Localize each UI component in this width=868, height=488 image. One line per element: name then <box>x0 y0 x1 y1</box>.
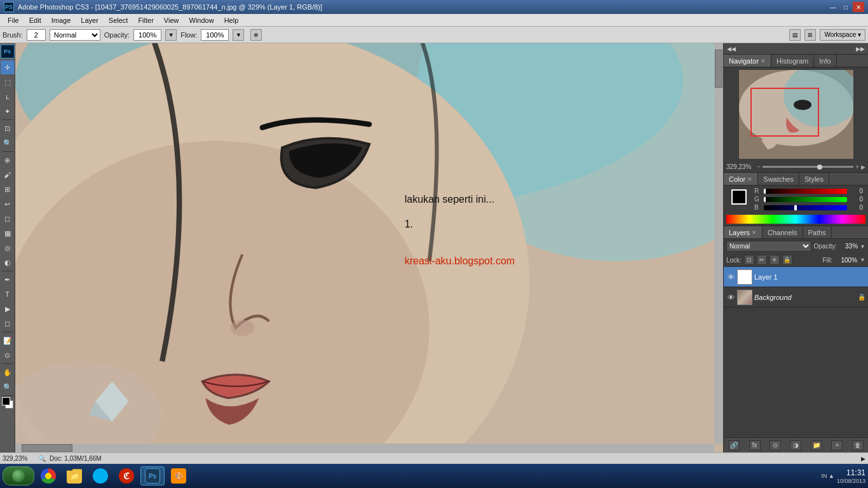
opacity-arrow-icon[interactable]: ▼ <box>860 243 865 250</box>
tab-channels[interactable]: Channels <box>763 226 803 238</box>
menu-view[interactable]: View <box>159 15 184 25</box>
marquee-tool[interactable]: ⬚ <box>1 75 15 89</box>
layer-group-btn[interactable]: 📁 <box>811 440 822 451</box>
taskbar-app-photoshop[interactable]: Ps <box>140 466 165 485</box>
tab-swatches[interactable]: Swatches <box>758 173 799 185</box>
tab-navigator[interactable]: Navigator ✕ <box>724 55 771 67</box>
navigator-tab-close[interactable]: ✕ <box>761 58 766 64</box>
taskbar-app-folder[interactable]: 📁 <box>62 466 86 485</box>
color-swatches[interactable] <box>2 397 13 409</box>
tab-color[interactable]: Color ✕ <box>724 173 758 185</box>
layers-tab-close[interactable]: ✕ <box>752 229 757 236</box>
brush-tool[interactable]: 🖌 <box>1 168 15 182</box>
panel-collapse-left[interactable]: ◀◀ <box>725 46 738 52</box>
horizontal-scrollbar[interactable] <box>15 444 714 452</box>
gradient-tool[interactable]: ▦ <box>1 226 15 240</box>
background-visibility-btn[interactable]: 👁 <box>726 293 735 302</box>
taskbar-app-kreasi[interactable]: ℭ <box>114 466 139 485</box>
eyedropper-tool[interactable]: 🔍 <box>1 136 15 150</box>
blend-mode-select[interactable]: Normal <box>726 241 811 252</box>
lock-all-btn[interactable]: 🔒 <box>782 255 792 265</box>
airbrush-button[interactable]: ⊗ <box>250 29 262 41</box>
zoom-plus-icon[interactable]: + <box>855 163 859 170</box>
layer-row-layer1[interactable]: 👁 Layer 1 <box>724 267 868 287</box>
menu-image[interactable]: Image <box>46 15 76 25</box>
flow-input[interactable] <box>201 29 229 41</box>
panel-menu-btn[interactable]: ▶ <box>861 164 865 170</box>
navigator-preview[interactable] <box>739 70 853 159</box>
status-arrow[interactable]: ▶ <box>861 456 865 462</box>
layer-new-btn[interactable]: + <box>831 440 843 451</box>
stamp-tool[interactable]: ⊞ <box>1 182 15 196</box>
lock-paint-btn[interactable]: ✏ <box>757 255 767 265</box>
magic-wand-tool[interactable]: ✦ <box>1 104 15 118</box>
layer-adjustment-btn[interactable]: ◑ <box>790 440 801 451</box>
flow-arrow[interactable]: ▼ <box>233 29 244 41</box>
menu-edit[interactable]: Edit <box>24 15 46 25</box>
zoom-minus-icon[interactable]: − <box>757 163 761 170</box>
color-spectrum[interactable] <box>726 215 865 224</box>
color-tab-close[interactable]: ✕ <box>747 176 752 182</box>
opacity-input[interactable] <box>133 29 161 41</box>
fill-arrow-icon[interactable]: ▼ <box>860 257 865 263</box>
menu-select[interactable]: Select <box>104 15 133 25</box>
display-options-btn[interactable]: ▤ <box>789 29 801 41</box>
tab-info[interactable]: Info <box>814 55 836 67</box>
g-slider[interactable] <box>764 197 847 202</box>
horizontal-scrollbar-thumb[interactable] <box>22 444 72 452</box>
zoom-slider-thumb[interactable] <box>817 165 822 170</box>
vertical-scrollbar-thumb[interactable] <box>715 50 722 88</box>
menu-filter[interactable]: Filter <box>133 15 158 25</box>
heal-tool[interactable]: ⊕ <box>1 153 15 167</box>
eyedropper-tool2[interactable]: ⊙ <box>1 348 15 362</box>
brush-size-input[interactable] <box>27 29 46 41</box>
maximize-button[interactable]: □ <box>840 2 851 12</box>
hand-tool[interactable]: ✋ <box>1 365 15 379</box>
minimize-button[interactable]: — <box>827 2 839 12</box>
workspace-btn[interactable]: Workspace ▾ <box>820 29 865 41</box>
panel-collapse-right[interactable]: ▶▶ <box>854 46 867 52</box>
menu-file[interactable]: File <box>3 15 24 25</box>
tab-histogram[interactable]: Histogram <box>771 55 814 67</box>
mode-select[interactable]: Normal <box>50 29 100 41</box>
taskbar-app-paint[interactable]: 🎨 <box>166 466 191 485</box>
zoom-slider[interactable] <box>763 166 853 168</box>
crop-tool[interactable]: ⊡ <box>1 121 15 135</box>
tab-layers[interactable]: Layers ✕ <box>724 226 763 238</box>
taskbar-app-chrome[interactable] <box>36 466 60 485</box>
layer-link-btn[interactable]: 🔗 <box>728 440 740 451</box>
eraser-tool[interactable]: ◻ <box>1 212 15 226</box>
text-tool[interactable]: T <box>1 287 15 301</box>
move-tool[interactable]: ✛ <box>1 60 15 74</box>
path-sel-tool[interactable]: ▶ <box>1 302 15 316</box>
screen-mode-btn[interactable]: ⊞ <box>804 29 816 41</box>
lock-transparent-btn[interactable]: ⊡ <box>744 255 754 265</box>
menu-window[interactable]: Window <box>184 15 219 25</box>
canvas-area[interactable]: lakukan seperti ini... 1. kreasi-aku.blo… <box>15 43 723 452</box>
menu-help[interactable]: Help <box>219 15 244 25</box>
b-slider[interactable] <box>764 205 847 210</box>
foreground-color-swatch[interactable] <box>2 397 10 405</box>
opacity-arrow[interactable]: ▼ <box>165 29 177 41</box>
zoom-tool[interactable]: 🔍 <box>1 380 15 394</box>
r-slider[interactable] <box>764 189 847 194</box>
tab-styles[interactable]: Styles <box>799 173 829 185</box>
notes-tool[interactable]: 📝 <box>1 334 15 348</box>
taskbar-app-skype[interactable]: S <box>88 466 112 485</box>
close-button[interactable]: ✕ <box>853 2 864 12</box>
shape-tool[interactable]: ◻ <box>1 316 15 330</box>
blur-tool[interactable]: ◎ <box>1 241 15 255</box>
layer-delete-btn[interactable]: 🗑 <box>852 440 864 451</box>
lock-move-btn[interactable]: ✛ <box>770 255 780 265</box>
foreground-color-big[interactable] <box>731 189 747 205</box>
layer-style-btn[interactable]: fx <box>749 440 761 451</box>
dodge-tool[interactable]: ◐ <box>1 255 15 269</box>
layer1-visibility-btn[interactable]: 👁 <box>726 273 735 281</box>
menu-layer[interactable]: Layer <box>76 15 104 25</box>
history-tool[interactable]: ↩ <box>1 197 15 211</box>
lasso-tool[interactable]: ʟ <box>1 90 15 104</box>
layer-mask-btn[interactable]: ⊙ <box>770 440 781 451</box>
layer-row-background[interactable]: 👁 Background 🔒 <box>724 287 868 308</box>
vertical-scrollbar[interactable] <box>714 43 723 444</box>
pen-tool[interactable]: ✒ <box>1 273 15 287</box>
